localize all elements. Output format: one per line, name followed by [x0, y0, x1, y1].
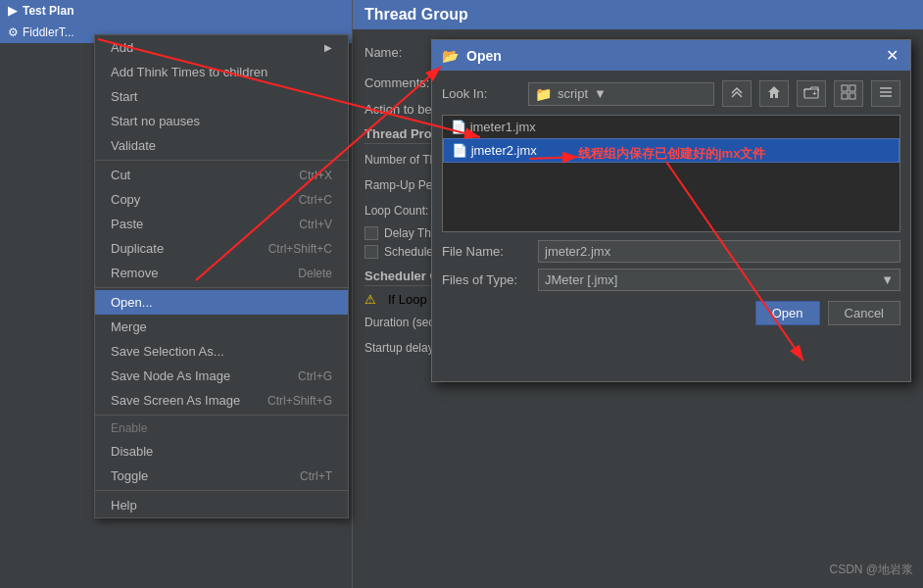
menu-item-add-think-times-label: Add Think Times to children	[111, 65, 267, 79]
files-of-type-value: JMeter [.jmx]	[545, 272, 617, 287]
menu-item-copy[interactable]: Copy Ctrl+C	[95, 187, 348, 212]
svg-rect-6	[850, 93, 855, 99]
menu-item-cut-shortcut: Ctrl+X	[299, 169, 332, 182]
menu-item-toggle[interactable]: Toggle Ctrl+T	[95, 464, 348, 488]
menu-item-start-no-pauses[interactable]: Start no pauses	[95, 109, 348, 133]
menu-item-start-no-pauses-label: Start no pauses	[111, 114, 200, 128]
scheduler-label: Scheduler	[384, 245, 437, 259]
jmeter2-label: jmeter2.jmx	[471, 143, 537, 158]
file-item-jmeter2[interactable]: 📄 jmeter2.jmx	[443, 138, 899, 163]
context-menu: Add ▶ Add Think Times to children Start …	[94, 34, 349, 518]
menu-item-save-screen-label: Save Screen As Image	[111, 393, 240, 408]
svg-text:+: +	[812, 89, 817, 98]
menu-item-help[interactable]: Help	[95, 493, 348, 517]
separator-2	[95, 287, 348, 288]
menu-item-save-node-label: Save Node As Image	[111, 368, 230, 383]
menu-item-disable-label: Disable	[111, 444, 153, 459]
menu-item-toggle-shortcut: Ctrl+T	[300, 469, 332, 483]
menu-item-copy-label: Copy	[111, 192, 140, 207]
jmeter2-icon: 📄	[452, 143, 471, 158]
menu-item-duplicate-label: Duplicate	[111, 241, 164, 256]
look-in-select[interactable]: script ▼	[528, 82, 714, 106]
svg-rect-3	[842, 85, 848, 91]
scheduler-checkbox[interactable]	[364, 245, 378, 259]
jmeter1-label: jmeter1.jmx	[470, 120, 536, 134]
look-in-value: script	[558, 86, 588, 101]
look-in-label: Look In:	[442, 86, 520, 101]
menu-item-start-label: Start	[111, 89, 137, 104]
menu-item-open-label: Open...	[111, 295, 153, 310]
menu-item-add[interactable]: Add ▶	[95, 35, 348, 60]
delay-checkbox[interactable]	[364, 226, 378, 240]
menu-item-start[interactable]: Start	[95, 84, 348, 109]
menu-item-remove[interactable]: Remove Delete	[95, 261, 348, 285]
folder-icon	[535, 86, 552, 102]
watermark: CSDN @地岩浆	[829, 562, 913, 578]
dialog-buttons: Open Cancel	[442, 301, 900, 325]
menu-item-save-node[interactable]: Save Node As Image Ctrl+G	[95, 364, 348, 388]
svg-rect-5	[842, 93, 848, 99]
menu-enable-label: Enable	[111, 421, 147, 435]
toolbar-btn-home[interactable]	[759, 80, 789, 107]
menu-item-save-selection[interactable]: Save Selection As...	[95, 339, 348, 364]
menu-item-duplicate-shortcut: Ctrl+Shift+C	[268, 242, 332, 256]
menu-section-enable: Enable	[95, 417, 348, 439]
menu-item-paste-shortcut: Ctrl+V	[299, 218, 332, 231]
menu-item-duplicate[interactable]: Duplicate Ctrl+Shift+C	[95, 236, 348, 261]
menu-item-save-selection-label: Save Selection As...	[111, 344, 224, 359]
dialog-titlebar: 📂 Open ✕	[432, 40, 910, 71]
toolbar-btn-grid-view[interactable]	[834, 80, 863, 107]
tree-icon: ▶	[8, 4, 17, 18]
cancel-button[interactable]: Cancel	[828, 301, 900, 325]
menu-item-validate[interactable]: Validate	[95, 133, 348, 158]
menu-item-add-arrow: ▶	[324, 42, 332, 53]
menu-item-save-screen[interactable]: Save Screen As Image Ctrl+Shift+G	[95, 388, 348, 413]
app-background: ▶ Test Plan ⚙ FiddlerT... Add ▶ Add Thin…	[0, 0, 923, 588]
open-button[interactable]: Open	[755, 301, 820, 325]
separator-1	[95, 160, 348, 161]
files-of-type-row: Files of Type: JMeter [.jmx] ▼	[442, 269, 900, 291]
dialog-close-button[interactable]: ✕	[884, 46, 900, 65]
menu-item-save-node-shortcut: Ctrl+G	[298, 369, 332, 383]
jmeter1-icon: 📄	[451, 120, 470, 134]
menu-item-paste[interactable]: Paste Ctrl+V	[95, 212, 348, 236]
dialog-title: Open	[466, 48, 502, 64]
toolbar-btn-new-folder[interactable]: +	[797, 80, 826, 107]
svg-rect-4	[850, 85, 855, 91]
toolbar-btn-up[interactable]	[722, 80, 752, 107]
menu-item-help-label: Help	[111, 498, 137, 513]
menu-item-toggle-label: Toggle	[111, 468, 148, 483]
menu-item-copy-shortcut: Ctrl+C	[299, 193, 332, 207]
separator-3	[95, 415, 348, 416]
menu-item-remove-shortcut: Delete	[298, 267, 332, 280]
look-in-row: Look In: script ▼ +	[442, 80, 900, 107]
file-list: 📄 jmeter1.jmx 📄 jmeter2.jmx	[442, 115, 900, 232]
dropdown-arrow-icon: ▼	[594, 86, 607, 101]
menu-item-merge[interactable]: Merge	[95, 315, 348, 339]
open-dialog: 📂 Open ✕ Look In: script ▼	[431, 39, 911, 382]
files-of-type-arrow-icon: ▼	[881, 272, 894, 287]
files-of-type-label: Files of Type:	[442, 272, 530, 287]
menu-item-cut[interactable]: Cut Ctrl+X	[95, 163, 348, 187]
menu-item-open[interactable]: Open...	[95, 290, 348, 315]
separator-4	[95, 490, 348, 491]
menu-item-save-screen-shortcut: Ctrl+Shift+G	[267, 394, 332, 408]
file-name-label: File Name:	[442, 244, 530, 259]
tree-header: ▶ Test Plan	[0, 0, 352, 22]
file-name-input[interactable]	[538, 240, 900, 263]
menu-item-add-think-times[interactable]: Add Think Times to children	[95, 60, 348, 84]
toolbar-btn-list-view[interactable]	[871, 80, 900, 107]
menu-item-cut-label: Cut	[111, 168, 130, 182]
files-of-type-select[interactable]: JMeter [.jmx] ▼	[538, 269, 900, 291]
file-item-jmeter1[interactable]: 📄 jmeter1.jmx	[443, 116, 899, 138]
dialog-body: Look In: script ▼ +	[432, 71, 910, 335]
menu-item-add-label: Add	[111, 40, 133, 55]
tree-title: Test Plan	[23, 4, 73, 18]
menu-item-merge-label: Merge	[111, 319, 147, 334]
tree-item-label: FiddlerT...	[23, 25, 74, 39]
menu-item-remove-label: Remove	[111, 266, 158, 280]
warning-icon	[364, 292, 380, 307]
menu-item-disable[interactable]: Disable	[95, 439, 348, 464]
gear-icon: ⚙	[8, 25, 19, 39]
menu-item-validate-label: Validate	[111, 138, 156, 153]
